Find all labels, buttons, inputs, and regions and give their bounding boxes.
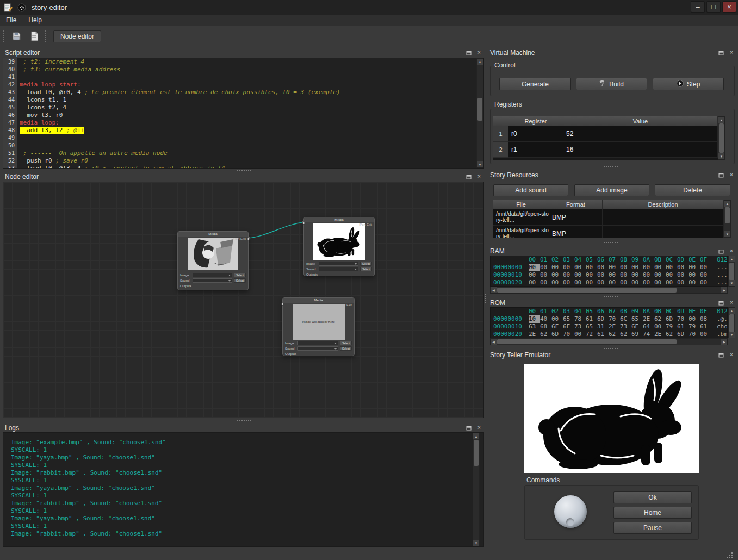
hex-byte[interactable]: 00 (563, 271, 574, 279)
hex-byte[interactable]: 65 (563, 315, 574, 323)
hex-byte[interactable]: 00 (574, 279, 586, 287)
hex-byte[interactable]: 2E (654, 331, 666, 338)
maximize-button[interactable]: □ (706, 1, 721, 13)
select-button[interactable]: Select (360, 267, 372, 271)
add-sound-button[interactable]: Add sound (493, 184, 568, 196)
hex-byte[interactable]: 00 (643, 264, 654, 271)
script-line[interactable]: 41 (3, 73, 483, 81)
hex-byte[interactable]: 00 (677, 264, 689, 271)
script-line[interactable]: 47media_loop: (3, 119, 483, 127)
script-line[interactable]: 40 ; t3: current media address (3, 66, 483, 73)
register-row[interactable]: 1r052 (493, 126, 718, 142)
input-port[interactable] (281, 303, 284, 306)
save-icon[interactable] (9, 29, 23, 43)
hex-byte[interactable]: 00 (551, 264, 563, 271)
hex-byte[interactable]: 00 (609, 264, 620, 271)
dock-close-icon[interactable]: × (476, 173, 482, 180)
script-line[interactable]: 42media_loop_start: (3, 81, 483, 89)
minimize-button[interactable]: – (691, 1, 705, 13)
register-row[interactable]: 2r116 (493, 142, 718, 158)
scroll-left-icon[interactable]: ◀ (491, 287, 497, 293)
hex-byte[interactable]: 00 (609, 271, 620, 279)
hex-byte[interactable]: 00 (597, 264, 609, 271)
logs-console[interactable]: Image: "example.bmp" , Sound: "choose1.s… (3, 432, 484, 547)
image-combo[interactable] (297, 341, 338, 345)
hex-byte[interactable]: 00 (563, 264, 574, 271)
hex-byte[interactable]: 78 (574, 315, 586, 323)
hex-byte[interactable]: 00 (551, 279, 563, 287)
delete-button[interactable]: Delete (655, 184, 730, 196)
format-column-header[interactable]: Format (549, 200, 603, 209)
hex-byte[interactable]: 10 (529, 315, 540, 323)
hex-byte[interactable]: 69 (631, 331, 643, 338)
dock-float-icon[interactable] (466, 425, 472, 431)
node-editor-toolbar-button[interactable]: Node editor (53, 30, 101, 42)
register-name-cell[interactable]: r1 (508, 142, 563, 158)
hex-byte[interactable]: 79 (666, 323, 677, 331)
resource-description-cell[interactable] (603, 209, 724, 226)
image-combo[interactable] (193, 273, 232, 277)
hex-byte[interactable]: 70 (689, 331, 700, 338)
hex-byte[interactable]: 00 (631, 264, 643, 271)
dock-float-icon[interactable] (718, 352, 724, 358)
script-editor[interactable]: 39 ; t2: increment 440 ; t3: current med… (3, 58, 484, 169)
hex-byte[interactable]: 00 (620, 271, 631, 279)
dock-close-icon[interactable]: × (728, 248, 735, 254)
resource-file-cell[interactable]: /mnt/data/git/open-story-tell… (493, 209, 549, 226)
register-value-cell[interactable]: 52 (563, 126, 718, 142)
hex-byte[interactable]: 00 (677, 271, 689, 279)
hex-byte[interactable]: 64 (643, 323, 654, 331)
hex-byte[interactable]: 6F (551, 323, 563, 331)
splitter-handle[interactable] (237, 170, 238, 171)
hex-byte[interactable]: 00 (540, 279, 551, 287)
resource-row[interactable]: /mnt/data/git/open-story-tell…BMP (493, 226, 724, 238)
hex-byte[interactable]: 00 (529, 264, 540, 271)
select-button[interactable]: Select (360, 262, 372, 266)
hex-byte[interactable]: 00 (689, 264, 700, 271)
hex-byte[interactable]: 00 (620, 279, 631, 287)
hex-byte[interactable]: 00 (700, 264, 711, 271)
scroll-left-icon[interactable]: ◀ (491, 339, 497, 345)
hex-byte[interactable]: 00 (597, 279, 609, 287)
hex-byte[interactable]: 00 (666, 264, 677, 271)
splitter-handle[interactable] (604, 296, 605, 297)
node-editor-canvas[interactable]: Media Port Exit ImageSelect SoundSelect … (3, 182, 484, 418)
scroll-down-icon[interactable]: ▼ (729, 280, 735, 286)
ram-horizontal-scrollbar[interactable]: ◀ ▶ (490, 287, 728, 294)
hex-byte[interactable]: 00 (563, 279, 574, 287)
media-node-1[interactable]: Media Port Exit ImageSelect SoundSelect … (177, 231, 249, 290)
close-button[interactable]: × (722, 1, 736, 13)
hex-byte[interactable]: 6D (551, 331, 563, 338)
select-button[interactable]: Select (340, 346, 352, 351)
hex-byte[interactable]: 2E (609, 323, 620, 331)
hex-byte[interactable]: 72 (586, 331, 597, 338)
scrollbar-handle[interactable] (497, 288, 677, 293)
home-button[interactable]: Home (613, 507, 692, 519)
hex-byte[interactable]: 00 (529, 279, 540, 287)
file-column-header[interactable]: File (493, 200, 549, 209)
hex-byte[interactable]: 00 (666, 271, 677, 279)
add-image-button[interactable]: Add image (574, 184, 649, 196)
hex-byte[interactable]: 40 (540, 315, 551, 323)
splitter-handle[interactable] (604, 166, 605, 167)
dock-float-icon[interactable] (718, 248, 724, 254)
splitter-handle[interactable] (604, 348, 605, 349)
hex-byte[interactable]: 00 (631, 271, 643, 279)
script-line[interactable]: 43 load t0, @r0, 4 ; Le premier élément … (3, 89, 483, 96)
hex-byte[interactable]: 6E (631, 323, 643, 331)
ram-hex-view[interactable]: 000102030405060708090A0B0C0D0E0F01234567… (490, 256, 728, 287)
hex-byte[interactable]: 00 (586, 271, 597, 279)
ram-vertical-scrollbar[interactable]: ▲ ▼ (728, 256, 735, 287)
scroll-up-icon[interactable]: ▲ (724, 201, 730, 207)
dock-float-icon[interactable] (718, 49, 724, 56)
dock-close-icon[interactable]: × (476, 49, 482, 56)
scroll-up-icon[interactable]: ▲ (473, 433, 479, 439)
script-line[interactable]: 48 add t3, t2 ; @++ (3, 127, 483, 134)
scrollbar-handle[interactable] (729, 314, 734, 332)
hex-byte[interactable]: 00 (666, 279, 677, 287)
hex-byte[interactable]: 00 (689, 271, 700, 279)
column-splitter-handle[interactable] (485, 294, 486, 295)
hex-byte[interactable]: 62 (609, 331, 620, 338)
hex-byte[interactable]: 62 (620, 331, 631, 338)
scroll-down-icon[interactable]: ▼ (729, 332, 735, 338)
